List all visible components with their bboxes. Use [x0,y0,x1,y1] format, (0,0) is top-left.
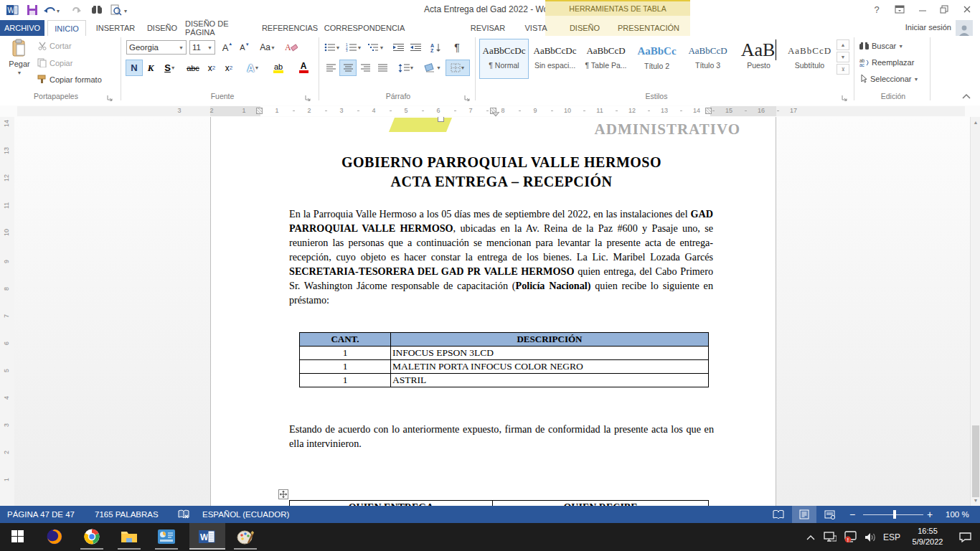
replace-button[interactable]: abac Reemplazar [859,58,914,67]
close-button[interactable] [957,0,977,19]
language-tray-indicator[interactable]: ESP [880,523,904,551]
network-icon[interactable] [821,523,839,551]
show-paragraph-marks-button[interactable]: ¶ [449,40,465,55]
file-explorer-icon[interactable] [115,523,143,550]
change-case-button[interactable]: Aa▼ [257,40,278,55]
table-column-marker[interactable] [705,108,712,114]
table-column-marker[interactable] [256,108,263,114]
sign-in-link[interactable]: Iniciar sesión [905,23,951,32]
clear-formatting-button[interactable]: A [283,40,300,55]
scroll-down-arrow[interactable]: ▼ [971,495,980,506]
copy-button[interactable]: Copiar [37,58,72,67]
borders-button[interactable]: ▼ [446,60,469,75]
select-menu-button[interactable]: Seleccionar▼ [859,75,918,83]
style-sin-espaciado[interactable]: AaBbCcDc Sin espaci... [530,39,580,79]
document-area[interactable]: 1413121110987654321 ADMINISTRATIVO GOBIE… [0,117,980,506]
line-spacing-button[interactable]: ▼ [396,60,416,75]
table-move-handle[interactable] [278,489,288,499]
font-color-button[interactable]: A [293,60,314,75]
signatures-table[interactable]: QUIEN ENTREGA QUIEN RECIBE [289,500,709,506]
strikethrough-button[interactable]: abc [184,60,202,75]
align-right-button[interactable] [357,60,373,75]
style-titulo-2[interactable]: AaBbCc Título 2 [632,39,682,79]
zoom-out-button[interactable]: − [847,506,858,523]
decrease-indent-button[interactable] [390,40,406,55]
shading-button[interactable]: ▼ [422,60,443,75]
read-mode-button[interactable] [766,506,791,523]
collapse-ribbon-button[interactable] [961,90,971,103]
styles-dialog-launcher[interactable] [841,92,849,100]
action-center-icon[interactable] [954,523,976,551]
find-menu-button[interactable]: Buscar▼ [859,42,903,50]
format-painter-button[interactable]: Copiar formato [37,75,102,84]
justify-button[interactable] [374,60,390,75]
subscript-button[interactable]: x2 [204,60,220,75]
firefox-icon[interactable] [40,523,69,550]
clock[interactable]: 16:55 5/9/2022 [905,526,950,547]
tab-archivo[interactable]: ARCHIVO [0,20,44,36]
font-family-combobox[interactable]: Georgia▼ [126,40,187,55]
user-avatar[interactable] [956,20,973,36]
print-layout-button[interactable] [792,506,816,523]
shrink-font-button[interactable]: A▼ [237,40,253,55]
vertical-scrollbar[interactable]: ▲ ▼ [970,117,980,506]
tab-vista[interactable]: VISTA [518,20,554,36]
tab-table-presentacion[interactable]: PRESENTACIÓN [611,20,686,36]
items-table[interactable]: CANT. DESCRIPCIÓN 1INFOCUS EPSON 3LCD1MA… [299,332,709,387]
bold-button[interactable]: N [126,60,142,75]
font-size-combobox[interactable]: 11▼ [189,40,215,55]
style-subtitulo[interactable]: AaBbCcD Subtítulo [785,39,834,79]
sort-button[interactable]: AZ [428,40,445,55]
word-taskbar-button[interactable]: W [189,523,225,550]
styles-scroll-down-button[interactable]: ▼ [837,52,849,62]
tab-insertar[interactable]: INSERTAR [92,20,139,36]
security-alert-icon[interactable]: ! [841,523,859,551]
styles-gallery-more-button[interactable]: ⊻ [837,64,849,75]
web-layout-button[interactable] [818,506,842,523]
font-dialog-launcher[interactable] [304,92,313,100]
paint-icon[interactable] [231,523,260,550]
tab-diseno-de-pagina[interactable]: DISEÑO DE PÁGINA [185,20,255,36]
style-table-paragraph[interactable]: AaBbCcD ¶ Table Pa... [581,39,631,79]
minimize-button[interactable] [913,0,933,19]
text-effects-button[interactable]: A▼ [242,60,264,75]
align-left-button[interactable] [323,60,339,75]
multilevel-list-button[interactable]: ▼ [366,40,386,55]
volume-icon[interactable] [861,523,880,551]
proofing-errors-icon[interactable] [175,506,192,523]
numbering-button[interactable]: 123▼ [344,40,363,55]
paste-button[interactable]: Pegar ▼ [6,39,33,90]
cut-button[interactable]: Cortar [37,42,72,50]
tab-referencias[interactable]: REFERENCIAS [260,20,320,36]
scrollbar-thumb[interactable] [972,425,979,497]
restore-button[interactable] [934,0,954,19]
chrome-icon[interactable] [77,523,106,550]
tray-expand-chevron[interactable] [802,523,819,551]
scroll-up-arrow[interactable]: ▲ [971,117,980,128]
italic-button[interactable]: K [143,60,158,75]
tab-table-diseno[interactable]: DISEÑO [564,20,606,36]
tab-inicio[interactable]: INICIO [47,20,86,36]
zoom-level[interactable]: 100 % [943,506,972,523]
superscript-button[interactable]: x2 [221,60,237,75]
start-button[interactable] [0,523,34,550]
ribbon-display-options-button[interactable] [890,0,910,19]
style-puesto[interactable]: AaB Puesto [734,39,783,79]
align-center-button[interactable] [340,60,356,75]
tab-revisar[interactable]: REVISAR [465,20,511,36]
underline-button[interactable]: S▼ [159,60,181,75]
style-titulo-3[interactable]: AaBbCcD Título 3 [683,39,732,79]
page-indicator[interactable]: PÁGINA 47 DE 47 [4,506,77,523]
help-button[interactable]: ? [867,0,887,19]
language-indicator[interactable]: ESPAÑOL (ECUADOR) [199,506,292,523]
tab-diseno[interactable]: DISEÑO [143,20,181,36]
styles-scroll-up-button[interactable]: ▲ [837,39,849,50]
style-normal[interactable]: AaBbCcDc ¶ Normal [479,39,529,79]
clipboard-dialog-launcher[interactable] [106,92,115,100]
paragraph-dialog-launcher[interactable] [463,92,472,100]
increase-indent-button[interactable] [407,40,423,55]
zoom-slider-thumb[interactable] [893,510,896,519]
tab-correspondencia[interactable]: CORRESPONDENCIA [324,20,405,36]
bullets-button[interactable]: ▼ [323,40,341,55]
grow-font-button[interactable]: A▲ [220,40,235,55]
